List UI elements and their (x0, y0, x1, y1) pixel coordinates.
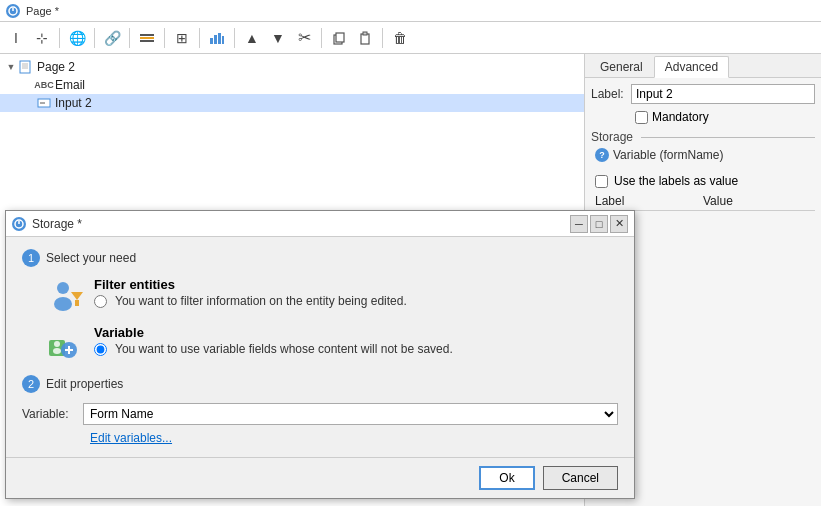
page-title: Page * (26, 5, 59, 17)
expand-icon-page2[interactable]: ▼ (4, 60, 18, 74)
cursor-tool-btn[interactable]: I (4, 26, 28, 50)
ok-button[interactable]: Ok (479, 466, 534, 490)
svg-point-29 (54, 341, 60, 347)
svg-marker-23 (71, 292, 83, 300)
variable-desc: You want to use variable fields whose co… (115, 342, 453, 356)
col-value: Value (703, 194, 811, 208)
variable-radio[interactable] (94, 343, 107, 356)
variable-select[interactable]: Form Name (83, 403, 618, 425)
svg-rect-2 (140, 34, 154, 36)
sep3 (129, 28, 130, 48)
cancel-button[interactable]: Cancel (543, 466, 618, 490)
delete-btn[interactable]: 🗑 (388, 26, 412, 50)
use-labels-row: Use the labels as value (591, 170, 815, 192)
use-labels-checkbox[interactable] (595, 175, 608, 188)
app-icon (6, 4, 20, 18)
filter-entities-content: Filter entities You want to filter infor… (94, 277, 618, 308)
svg-point-22 (54, 297, 72, 311)
tree-item-email[interactable]: ABC Email (0, 76, 584, 94)
globe-tool-btn[interactable]: 🌐 (65, 26, 89, 50)
dialog-icon (12, 217, 26, 231)
storage-section-label: Storage (591, 130, 815, 144)
step1-label: Select your need (46, 251, 136, 265)
select-tool-btn[interactable]: ⊹ (30, 26, 54, 50)
filter-entities-desc: You want to filter information on the en… (115, 294, 407, 308)
variable-desc-row: You want to use variable fields whose co… (94, 342, 618, 356)
mandatory-checkbox[interactable] (635, 111, 648, 124)
step2-num: 2 (22, 375, 40, 393)
paste-btn[interactable] (353, 26, 377, 50)
filter-entities-desc-row: You want to filter information on the en… (94, 294, 618, 308)
variable-name: Variable (94, 325, 618, 340)
storage-dialog: Storage * ─ □ ✕ 1 Select your need (5, 210, 635, 499)
title-bar: Page * (0, 0, 821, 22)
up-btn[interactable]: ▲ (240, 26, 264, 50)
svg-rect-5 (210, 38, 213, 44)
grid-tool-btn[interactable]: ⊞ (170, 26, 194, 50)
step2-label: Edit properties (46, 377, 123, 391)
dialog-minimize-btn[interactable]: ─ (570, 215, 588, 233)
tree-label-input2: Input 2 (55, 96, 92, 110)
sep8 (382, 28, 383, 48)
storage-separator (641, 137, 815, 138)
filter-entities-icon (46, 277, 86, 317)
dialog-close-btn[interactable]: ✕ (610, 215, 628, 233)
sep1 (59, 28, 60, 48)
use-labels-label: Use the labels as value (614, 174, 738, 188)
tree-item-input2[interactable]: Input 2 (0, 94, 584, 112)
svg-rect-12 (363, 32, 367, 35)
filter-entities-radio[interactable] (94, 295, 107, 308)
dialog-title: Storage * (32, 217, 564, 231)
tree-label-email: Email (55, 78, 85, 92)
option-variable: Variable You want to use variable fields… (22, 325, 618, 365)
svg-rect-8 (222, 36, 224, 44)
svg-rect-24 (75, 300, 79, 306)
storage-help-icon[interactable]: ? (595, 148, 609, 162)
chart-tool-btn[interactable] (205, 26, 229, 50)
tree-item-page2[interactable]: ▼ Page 2 (0, 58, 584, 76)
dialog-title-bar: Storage * ─ □ ✕ (6, 211, 634, 237)
svg-point-21 (57, 282, 69, 294)
option-filter-entities: Filter entities You want to filter infor… (22, 277, 618, 317)
page-icon (18, 59, 34, 75)
property-tabs: General Advanced (585, 54, 821, 78)
variable-select-row: Variable: Form Name (22, 403, 618, 425)
copy-btn[interactable] (327, 26, 351, 50)
variable-icon (46, 325, 86, 365)
link-tool-btn[interactable]: 🔗 (100, 26, 124, 50)
variable-select-label: Variable: (22, 407, 77, 421)
label-input[interactable] (631, 84, 815, 104)
tab-advanced[interactable]: Advanced (654, 56, 729, 78)
svg-rect-7 (218, 33, 221, 44)
tree-area: ▼ Page 2 ABC Email (0, 54, 584, 116)
svg-point-30 (53, 348, 61, 354)
col-label: Label (595, 194, 703, 208)
tab-general[interactable]: General (589, 56, 654, 77)
label-field-label: Label: (591, 87, 631, 101)
layers-tool-btn[interactable] (135, 26, 159, 50)
down-btn[interactable]: ▼ (266, 26, 290, 50)
input2-icon (36, 95, 52, 111)
svg-rect-13 (20, 61, 30, 73)
email-icon: ABC (36, 77, 52, 93)
variable-content: Variable You want to use variable fields… (94, 325, 618, 356)
dialog-body: 1 Select your need Filter entities (6, 237, 634, 457)
table-header: Label Value (591, 192, 815, 211)
property-body: Label: Mandatory Storage ? Variable (for… (585, 78, 821, 217)
step2-header: 2 Edit properties (22, 375, 618, 393)
mandatory-label: Mandatory (652, 110, 709, 124)
tree-label-page2: Page 2 (37, 60, 75, 74)
svg-rect-4 (140, 40, 154, 42)
sep6 (234, 28, 235, 48)
dialog-window-buttons: ─ □ ✕ (570, 215, 628, 233)
edit-props-section: 2 Edit properties Variable: Form Name Ed… (22, 375, 618, 445)
svg-rect-3 (140, 37, 154, 39)
step1-num: 1 (22, 249, 40, 267)
sep2 (94, 28, 95, 48)
sep5 (199, 28, 200, 48)
cut-btn[interactable]: ✂ (292, 26, 316, 50)
edit-variables-link[interactable]: Edit variables... (84, 429, 178, 447)
storage-row: ? Variable (formName) (591, 148, 815, 162)
svg-rect-6 (214, 35, 217, 44)
dialog-maximize-btn[interactable]: □ (590, 215, 608, 233)
